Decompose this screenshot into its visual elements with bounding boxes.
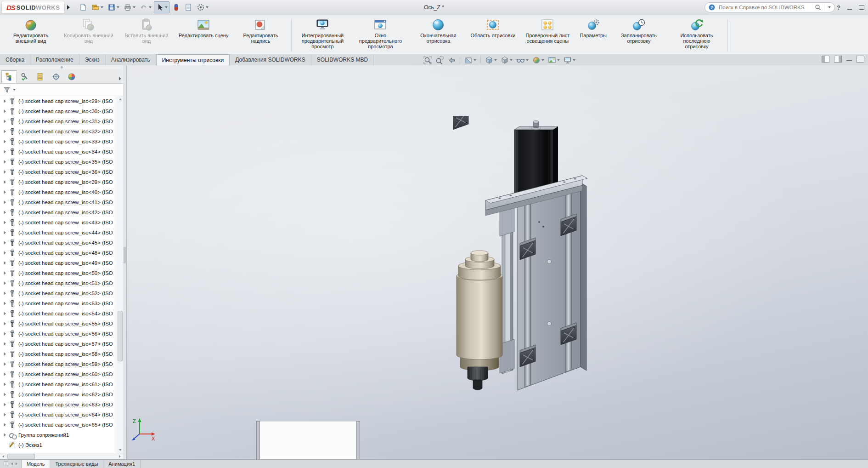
expand-arrow-icon[interactable]: [3, 251, 7, 255]
splitter-grip[interactable]: [124, 247, 126, 263]
sheet-tab-3d-views[interactable]: Трехмерные виды: [50, 460, 103, 468]
panel-grip[interactable]: [0, 65, 123, 69]
panel-tabs-expand-icon[interactable]: [119, 77, 121, 80]
scroll-up-icon[interactable]: [117, 96, 123, 102]
expand-arrow-icon[interactable]: [3, 433, 7, 437]
proof-sheet-button[interactable]: Проверочный лист освещения сцены: [519, 16, 576, 55]
display-manager-tab[interactable]: [64, 70, 79, 83]
menu-expand-icon[interactable]: [67, 5, 70, 10]
expand-arrow-icon[interactable]: [3, 109, 7, 113]
expand-arrow-icon[interactable]: [3, 160, 7, 164]
graphics-viewport[interactable]: Z X: [127, 65, 868, 460]
tree-item[interactable]: (-) socket head cap screw_iso<50> (ISO: [0, 268, 117, 278]
expand-arrow-icon[interactable]: [3, 403, 7, 406]
tree-item[interactable]: (-) socket head cap screw_iso<53> (ISO: [0, 298, 117, 308]
tree-item[interactable]: (-) socket head cap screw_iso<29> (ISO: [0, 96, 117, 106]
recall-render-button[interactable]: Использовать последнюю отрисовку: [668, 16, 726, 55]
file-properties-button[interactable]: [182, 1, 194, 13]
feature-manager-tab[interactable]: [1, 70, 17, 83]
tab-solidworks-mbd[interactable]: SOLIDWORKS MBD: [311, 54, 374, 65]
filter-dropdown-icon[interactable]: [13, 89, 16, 91]
scroll-right-icon[interactable]: [117, 453, 123, 460]
expand-arrow-icon[interactable]: [3, 140, 7, 143]
tree-item[interactable]: (-) socket head cap screw_iso<41> (ISO: [0, 197, 117, 207]
tree-item[interactable]: Группа сопряжений1: [0, 430, 117, 440]
filter-funnel-icon[interactable]: [3, 86, 11, 93]
section-dropdown-icon[interactable]: [473, 59, 476, 61]
options-dropdown-icon[interactable]: [206, 6, 209, 8]
tree-item[interactable]: (-) socket head cap screw_iso<62> (ISO: [0, 389, 117, 400]
expand-arrow-icon[interactable]: [3, 393, 7, 396]
tree-item[interactable]: (-) socket head cap screw_iso<45> (ISO: [0, 238, 117, 248]
tree-item[interactable]: (-) socket head cap screw_iso<34> (ISO: [0, 147, 117, 157]
property-manager-tab[interactable]: [17, 70, 33, 83]
edit-appearance-dropdown-icon[interactable]: [541, 59, 544, 61]
new-document-button[interactable]: [77, 1, 89, 13]
tree-vertical-scrollbar[interactable]: [117, 96, 123, 453]
view-settings-dropdown-icon[interactable]: [573, 59, 575, 61]
search-input[interactable]: [718, 4, 812, 11]
tree-item[interactable]: (-) socket head cap screw_iso<55> (ISO: [0, 319, 117, 329]
view-orientation-button[interactable]: [484, 56, 498, 65]
expand-arrow-icon[interactable]: [3, 120, 7, 123]
tree-item[interactable]: (-) Эскиз1: [0, 440, 117, 450]
tree-item[interactable]: (-) socket head cap screw_iso<42> (ISO: [0, 207, 117, 217]
tree-item[interactable]: (-) socket head cap screw_iso<33> (ISO: [0, 137, 117, 147]
apply-scene-button[interactable]: [547, 56, 561, 65]
tree-item[interactable]: (-) socket head cap screw_iso<35> (ISO: [0, 157, 117, 167]
scrollbar-thumb[interactable]: [7, 454, 35, 459]
tree-item[interactable]: (-) socket head cap screw_iso<57> (ISO: [0, 339, 117, 349]
expand-arrow-icon[interactable]: [3, 221, 7, 224]
expand-arrow-icon[interactable]: [3, 291, 7, 295]
rebuild-button[interactable]: [170, 1, 182, 13]
expand-arrow-icon[interactable]: [3, 271, 7, 275]
solidworks-logo[interactable]: DS SOLIDWORKS: [2, 1, 64, 13]
render-region-button[interactable]: Область отрисовки: [467, 16, 519, 55]
tab-layout[interactable]: Расположение: [30, 54, 79, 65]
tabs-scroll-left-icon[interactable]: [11, 462, 13, 465]
tab-evaluate[interactable]: Анализировать: [106, 54, 156, 65]
tree-item[interactable]: (-) socket head cap screw_iso<52> (ISO: [0, 288, 117, 298]
tree-item[interactable]: (-) socket head cap screw_iso<63> (ISO: [0, 400, 117, 410]
dimxpert-manager-tab[interactable]: [48, 70, 64, 83]
hide-show-items-button[interactable]: [515, 56, 530, 65]
search-dropdown-icon[interactable]: [828, 6, 831, 8]
render-options-button[interactable]: Параметры: [576, 16, 610, 55]
schedule-render-button[interactable]: Запланировать отрисовку: [610, 16, 668, 55]
pane-right-icon[interactable]: [834, 56, 842, 63]
select-dropdown-icon[interactable]: [165, 6, 168, 8]
help-search-box[interactable]: ?: [705, 2, 835, 12]
print-dropdown-icon[interactable]: [133, 6, 135, 8]
z-axis-assembly-model[interactable]: [453, 116, 591, 392]
expand-arrow-icon[interactable]: [3, 180, 7, 184]
tree-horizontal-scrollbar[interactable]: [0, 453, 123, 460]
tree-item[interactable]: (-) socket head cap screw_iso<49> (ISO: [0, 258, 117, 268]
sheet-tab-model[interactable]: Модель: [22, 459, 50, 468]
tree-item[interactable]: (-) socket head cap screw_iso<32> (ISO: [0, 126, 117, 137]
previous-view-button[interactable]: [446, 56, 457, 65]
tab-assembly[interactable]: Сборка: [0, 54, 30, 65]
search-icon[interactable]: [815, 4, 821, 11]
edit-appearance-button[interactable]: Редактировать внешний вид: [2, 16, 60, 55]
tree-item[interactable]: (-) socket head cap screw_iso<40> (ISO: [0, 187, 117, 197]
expand-pane-icon[interactable]: [857, 56, 864, 63]
tree-item[interactable]: (-) socket head cap screw_iso<43> (ISO: [0, 217, 117, 228]
zoom-area-button[interactable]: [434, 56, 445, 65]
expand-arrow-icon[interactable]: [3, 312, 7, 315]
preview-window-partial[interactable]: [256, 421, 360, 460]
panel-splitter[interactable]: [123, 65, 127, 460]
expand-arrow-icon[interactable]: [3, 170, 7, 174]
expand-arrow-icon[interactable]: [3, 190, 7, 194]
expand-arrow-icon[interactable]: [3, 332, 7, 336]
tree-item[interactable]: (-) socket head cap screw_iso<51> (ISO: [0, 278, 117, 288]
expand-arrow-icon[interactable]: [3, 342, 7, 346]
expand-arrow-icon[interactable]: [3, 382, 7, 386]
expand-arrow-icon[interactable]: [3, 211, 7, 214]
scroll-down-icon[interactable]: [117, 447, 123, 453]
section-view-button[interactable]: [463, 56, 477, 65]
view-orientation-dropdown-icon[interactable]: [494, 59, 497, 61]
tree-item[interactable]: (-) socket head cap screw_iso<31> (ISO: [0, 116, 117, 126]
expand-arrow-icon[interactable]: [3, 413, 7, 417]
save-button[interactable]: [106, 1, 121, 13]
tree-item[interactable]: (-) socket head cap screw_iso<65> (ISO: [0, 420, 117, 430]
